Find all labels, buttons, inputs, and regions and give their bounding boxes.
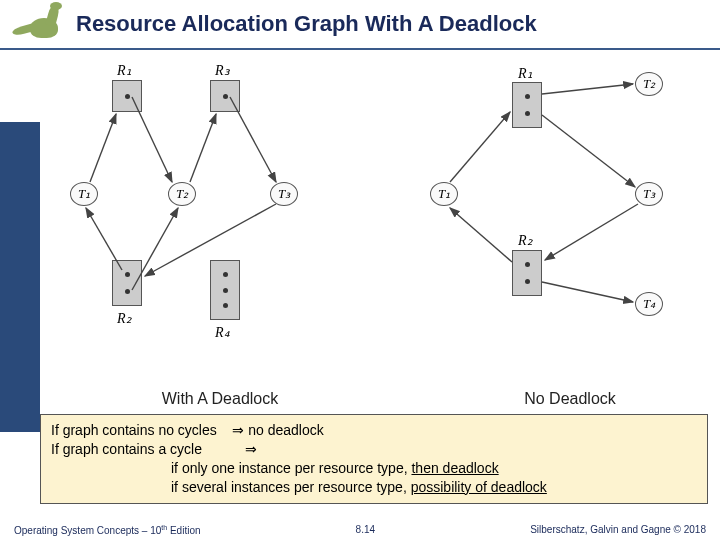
thread-t2: T₂	[168, 182, 196, 206]
rule-line-1: If graph contains no cycles ⇒ no deadloc…	[51, 421, 697, 440]
thread-t3-r: T₃	[635, 182, 663, 206]
slide-title: Resource Allocation Graph With A Deadloc…	[76, 11, 537, 37]
resource-r1	[112, 80, 142, 112]
label-r2-r: R₂	[518, 232, 533, 249]
svg-line-11	[545, 204, 638, 260]
svg-line-0	[90, 114, 116, 182]
caption-right: No Deadlock	[430, 390, 710, 408]
rule-line-4: if several instances per resource type, …	[51, 478, 697, 497]
caption-left: With A Deadlock	[80, 390, 360, 408]
rule-line-2: If graph contains a cycle ⇒	[51, 440, 697, 459]
label-r3: R₃	[215, 62, 230, 79]
label-r1: R₁	[117, 62, 132, 79]
svg-line-9	[450, 112, 510, 182]
edges-right	[400, 62, 700, 382]
thread-t2-r: T₂	[635, 72, 663, 96]
thread-t4-r: T₄	[635, 292, 663, 316]
label-r2: R₂	[117, 310, 132, 327]
resource-r1-r	[512, 82, 542, 128]
footer-left: Operating System Concepts – 10th Edition	[14, 524, 201, 536]
instance-dot	[525, 279, 530, 284]
left-accent-bar	[0, 122, 40, 432]
rule-line-3: if only one instance per resource type, …	[51, 459, 697, 478]
svg-line-2	[190, 114, 216, 182]
label-r1-r: R₁	[518, 65, 533, 82]
thread-t3: T₃	[270, 182, 298, 206]
slide-footer: Operating System Concepts – 10th Edition…	[0, 524, 720, 536]
resource-r2-r	[512, 250, 542, 296]
footer-right: Silberschatz, Galvin and Gagne © 2018	[530, 524, 706, 536]
svg-line-10	[450, 208, 512, 262]
label-r4: R₄	[215, 324, 230, 341]
resource-r2	[112, 260, 142, 306]
diagram-no-deadlock: R₁ T₂ T₁ T₃ R₂ T₄	[400, 62, 700, 382]
instance-dot	[125, 289, 130, 294]
diagram-with-deadlock: R₁ R₃ T₁ T₂ T₃ R₂	[60, 62, 380, 382]
rules-box: If graph contains no cycles ⇒ no deadloc…	[40, 414, 708, 504]
svg-line-7	[542, 84, 633, 94]
thread-t1-r: T₁	[430, 182, 458, 206]
thread-t1: T₁	[70, 182, 98, 206]
svg-line-12	[542, 282, 633, 302]
footer-center: 8.14	[356, 524, 375, 536]
instance-dot	[223, 303, 228, 308]
captions-row: With A Deadlock No Deadlock	[0, 390, 720, 408]
resource-r4	[210, 260, 240, 320]
slide-header: Resource Allocation Graph With A Deadloc…	[0, 0, 720, 50]
instance-dot	[223, 288, 228, 293]
instance-dot	[223, 272, 228, 277]
instance-dot	[525, 111, 530, 116]
instance-dot	[223, 94, 228, 99]
svg-line-8	[542, 115, 635, 187]
instance-dot	[525, 94, 530, 99]
instance-dot	[125, 272, 130, 277]
instance-dot	[125, 94, 130, 99]
diagrams-row: R₁ R₃ T₁ T₂ T₃ R₂	[40, 62, 720, 390]
content-area: R₁ R₃ T₁ T₂ T₃ R₂	[0, 50, 720, 390]
resource-r3	[210, 80, 240, 112]
instance-dot	[525, 262, 530, 267]
dinosaur-icon	[10, 4, 70, 44]
